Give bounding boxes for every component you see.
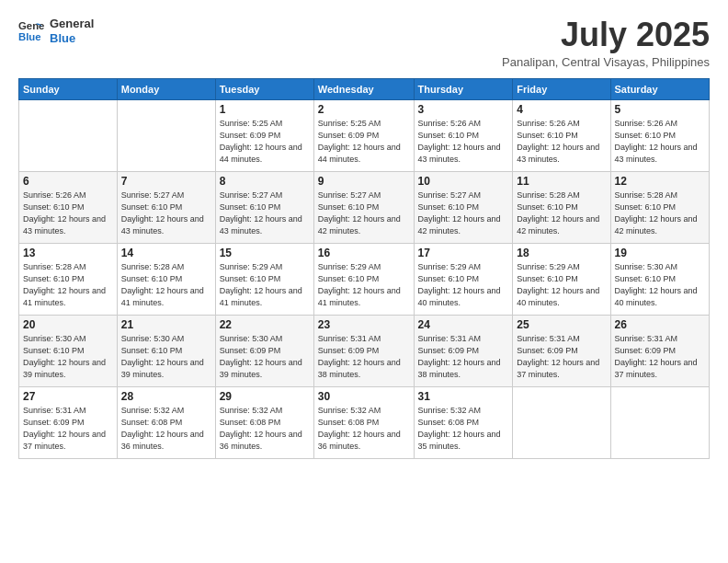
day-number: 7 — [121, 175, 211, 188]
day-info: Sunrise: 5:28 AM Sunset: 6:10 PM Dayligh… — [121, 261, 211, 309]
table-row: 3Sunrise: 5:26 AM Sunset: 6:10 PM Daylig… — [414, 99, 513, 171]
table-row: 17Sunrise: 5:29 AM Sunset: 6:10 PM Dayli… — [414, 243, 513, 315]
day-number: 16 — [318, 247, 410, 259]
table-row — [19, 99, 118, 171]
day-number: 8 — [220, 175, 310, 188]
table-row: 27Sunrise: 5:31 AM Sunset: 6:09 PM Dayli… — [19, 386, 118, 458]
day-info: Sunrise: 5:26 AM Sunset: 6:10 PM Dayligh… — [517, 118, 606, 166]
calendar-body: 1Sunrise: 5:25 AM Sunset: 6:09 PM Daylig… — [19, 99, 710, 458]
table-row: 10Sunrise: 5:27 AM Sunset: 6:10 PM Dayli… — [414, 171, 513, 243]
table-row: 8Sunrise: 5:27 AM Sunset: 6:10 PM Daylig… — [215, 171, 313, 243]
day-number: 23 — [318, 318, 410, 331]
day-info: Sunrise: 5:31 AM Sunset: 6:09 PM Dayligh… — [517, 333, 606, 381]
table-row: 2Sunrise: 5:25 AM Sunset: 6:09 PM Daylig… — [313, 99, 414, 171]
table-row: 26Sunrise: 5:31 AM Sunset: 6:09 PM Dayli… — [610, 315, 709, 386]
col-saturday: Saturday — [610, 78, 709, 99]
table-row: 4Sunrise: 5:26 AM Sunset: 6:10 PM Daylig… — [513, 99, 610, 171]
day-number: 11 — [517, 175, 606, 188]
day-info: Sunrise: 5:32 AM Sunset: 6:08 PM Dayligh… — [318, 405, 410, 453]
page-title: July 2025 — [502, 17, 710, 53]
day-info: Sunrise: 5:30 AM Sunset: 6:10 PM Dayligh… — [615, 261, 705, 309]
day-number: 18 — [517, 247, 606, 259]
day-info: Sunrise: 5:31 AM Sunset: 6:09 PM Dayligh… — [615, 333, 705, 381]
table-row: 15Sunrise: 5:29 AM Sunset: 6:10 PM Dayli… — [215, 243, 313, 315]
day-info: Sunrise: 5:31 AM Sunset: 6:09 PM Dayligh… — [418, 333, 509, 381]
day-number: 24 — [418, 318, 509, 331]
table-row: 30Sunrise: 5:32 AM Sunset: 6:08 PM Dayli… — [313, 386, 414, 458]
table-row: 12Sunrise: 5:28 AM Sunset: 6:10 PM Dayli… — [610, 171, 709, 243]
day-info: Sunrise: 5:30 AM Sunset: 6:10 PM Dayligh… — [121, 333, 211, 381]
table-row — [117, 99, 215, 171]
day-number: 10 — [418, 175, 509, 188]
table-row: 6Sunrise: 5:26 AM Sunset: 6:10 PM Daylig… — [19, 171, 118, 243]
svg-text:General: General — [18, 20, 44, 31]
table-row: 31Sunrise: 5:32 AM Sunset: 6:08 PM Dayli… — [414, 386, 513, 458]
day-number: 25 — [517, 318, 606, 331]
col-monday: Monday — [117, 78, 215, 99]
table-row: 23Sunrise: 5:31 AM Sunset: 6:09 PM Dayli… — [313, 315, 414, 386]
table-row: 5Sunrise: 5:26 AM Sunset: 6:10 PM Daylig… — [610, 99, 709, 171]
day-number: 17 — [418, 247, 509, 259]
day-info: Sunrise: 5:26 AM Sunset: 6:10 PM Dayligh… — [615, 118, 705, 166]
day-number: 5 — [615, 103, 705, 116]
logo: General Blue General Blue — [18, 17, 94, 45]
day-info: Sunrise: 5:31 AM Sunset: 6:09 PM Dayligh… — [318, 333, 410, 381]
day-number: 14 — [121, 247, 211, 259]
page-subtitle: Panalipan, Central Visayas, Philippines — [502, 55, 710, 69]
day-number: 21 — [121, 318, 211, 331]
day-info: Sunrise: 5:25 AM Sunset: 6:09 PM Dayligh… — [318, 118, 410, 166]
day-number: 1 — [220, 103, 310, 116]
table-row: 9Sunrise: 5:27 AM Sunset: 6:10 PM Daylig… — [313, 171, 414, 243]
day-number: 20 — [23, 318, 113, 331]
table-row: 11Sunrise: 5:28 AM Sunset: 6:10 PM Dayli… — [513, 171, 610, 243]
day-number: 30 — [318, 390, 410, 403]
day-info: Sunrise: 5:31 AM Sunset: 6:09 PM Dayligh… — [23, 405, 113, 453]
table-row: 29Sunrise: 5:32 AM Sunset: 6:08 PM Dayli… — [215, 386, 313, 458]
day-number: 29 — [220, 390, 310, 403]
day-info: Sunrise: 5:32 AM Sunset: 6:08 PM Dayligh… — [418, 405, 509, 453]
day-info: Sunrise: 5:28 AM Sunset: 6:10 PM Dayligh… — [517, 190, 606, 237]
day-info: Sunrise: 5:28 AM Sunset: 6:10 PM Dayligh… — [615, 190, 705, 237]
day-number: 13 — [23, 247, 113, 259]
day-info: Sunrise: 5:27 AM Sunset: 6:10 PM Dayligh… — [121, 190, 211, 237]
col-thursday: Thursday — [414, 78, 513, 99]
day-number: 2 — [318, 103, 410, 116]
day-info: Sunrise: 5:30 AM Sunset: 6:10 PM Dayligh… — [23, 333, 113, 381]
day-number: 28 — [121, 390, 211, 403]
col-tuesday: Tuesday — [215, 78, 313, 99]
table-row: 18Sunrise: 5:29 AM Sunset: 6:10 PM Dayli… — [513, 243, 610, 315]
day-number: 9 — [318, 175, 410, 188]
logo-blue: Blue — [50, 31, 94, 46]
day-number: 19 — [615, 247, 705, 259]
day-number: 4 — [517, 103, 606, 116]
table-row: 1Sunrise: 5:25 AM Sunset: 6:09 PM Daylig… — [215, 99, 313, 171]
table-row: 21Sunrise: 5:30 AM Sunset: 6:10 PM Dayli… — [117, 315, 215, 386]
table-row: 28Sunrise: 5:32 AM Sunset: 6:08 PM Dayli… — [117, 386, 215, 458]
day-info: Sunrise: 5:26 AM Sunset: 6:10 PM Dayligh… — [418, 118, 509, 166]
day-info: Sunrise: 5:25 AM Sunset: 6:09 PM Dayligh… — [220, 118, 310, 166]
table-row: 24Sunrise: 5:31 AM Sunset: 6:09 PM Dayli… — [414, 315, 513, 386]
day-info: Sunrise: 5:32 AM Sunset: 6:08 PM Dayligh… — [121, 405, 211, 453]
logo-general: General — [50, 17, 94, 31]
logo-icon: General Blue — [18, 18, 44, 44]
table-row — [513, 386, 610, 458]
col-wednesday: Wednesday — [313, 78, 414, 99]
col-friday: Friday — [513, 78, 610, 99]
day-info: Sunrise: 5:28 AM Sunset: 6:10 PM Dayligh… — [23, 261, 113, 309]
table-row: 25Sunrise: 5:31 AM Sunset: 6:09 PM Dayli… — [513, 315, 610, 386]
day-info: Sunrise: 5:27 AM Sunset: 6:10 PM Dayligh… — [220, 190, 310, 237]
day-number: 3 — [418, 103, 509, 116]
page-header: General Blue General Blue July 2025 Pana… — [18, 17, 710, 69]
day-info: Sunrise: 5:29 AM Sunset: 6:10 PM Dayligh… — [318, 261, 410, 309]
table-row: 14Sunrise: 5:28 AM Sunset: 6:10 PM Dayli… — [117, 243, 215, 315]
day-info: Sunrise: 5:27 AM Sunset: 6:10 PM Dayligh… — [318, 190, 410, 237]
calendar-table: Sunday Monday Tuesday Wednesday Thursday… — [18, 78, 710, 459]
day-info: Sunrise: 5:30 AM Sunset: 6:09 PM Dayligh… — [220, 333, 310, 381]
table-row: 7Sunrise: 5:27 AM Sunset: 6:10 PM Daylig… — [117, 171, 215, 243]
col-sunday: Sunday — [19, 78, 118, 99]
table-row: 19Sunrise: 5:30 AM Sunset: 6:10 PM Dayli… — [610, 243, 709, 315]
day-number: 27 — [23, 390, 113, 403]
day-number: 31 — [418, 390, 509, 403]
table-row: 22Sunrise: 5:30 AM Sunset: 6:09 PM Dayli… — [215, 315, 313, 386]
day-info: Sunrise: 5:32 AM Sunset: 6:08 PM Dayligh… — [220, 405, 310, 453]
